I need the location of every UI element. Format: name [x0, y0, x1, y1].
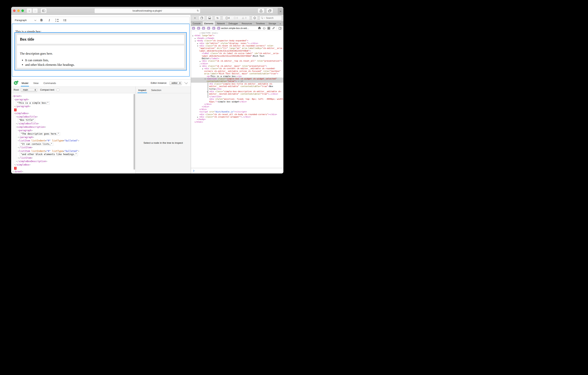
url-input[interactable] [99, 9, 196, 12]
layout-grid-icon[interactable] [267, 27, 270, 30]
code-line[interactable]: ▶<div class="ck ck-editor__top ck-reset_… [191, 60, 284, 62]
tab-commands[interactable]: Commands [43, 80, 56, 87]
code-line[interactable]: </section> [191, 95, 284, 98]
code-line[interactable]: ▶<div class="ck-inspector-wrapper">…</di… [191, 116, 284, 118]
sidebar-toggle-button[interactable] [41, 8, 47, 13]
code-line[interactable]: ▼<div class="ck ck-editor__main" role="p… [191, 65, 284, 67]
model-line[interactable]: <paragraph> [11, 98, 136, 101]
code-line[interactable]: </html> [191, 121, 284, 123]
code-line[interactable]: <p>This is a simple box:</p> [191, 75, 284, 77]
model-line[interactable]: "and other block elements like headings.… [11, 153, 136, 156]
breadcrumb-element-badge[interactable]: E [212, 27, 215, 30]
share-button[interactable] [258, 8, 264, 13]
model-line[interactable]: </listItem> [11, 146, 136, 149]
code-line[interactable]: ▼<div class="ck ck-reset ck-editor ck-ro… [191, 44, 284, 47]
code-line[interactable]: ▶<head>…</head> [191, 37, 284, 39]
heading-dropdown[interactable]: Paragraph [15, 19, 36, 22]
code-line[interactable]: editor__nested-editable" contenteditable… [191, 93, 284, 95]
tab-view[interactable]: View [33, 80, 38, 87]
breadcrumb-current-node[interactable]: section.simple-box.ck-wid… [221, 27, 249, 30]
close-devtools-button[interactable]: × [192, 16, 197, 20]
code-line[interactable]: ▼<html lang="en"> [191, 34, 284, 37]
description-bullet[interactable]: It can contain lists, [25, 58, 181, 62]
page-reload-icon[interactable]: ↻ [196, 9, 200, 12]
description-bullet[interactable]: and other block elements like headings. [25, 63, 181, 67]
editor-instance-select[interactable]: editor [169, 81, 182, 85]
search-input[interactable] [266, 16, 279, 20]
breadcrumb-element-badge[interactable]: E [202, 27, 205, 30]
model-tree-scrollbar[interactable] [134, 94, 135, 173]
code-line[interactable]: Editor</label> [191, 57, 284, 60]
root-select[interactable]: main [21, 88, 37, 92]
model-line[interactable]: <$root> [11, 94, 136, 98]
model-line[interactable]: [ [11, 108, 136, 111]
code-line[interactable]: aria-label="Rich Text Editor, main" cont… [191, 72, 284, 75]
issues-summary[interactable]: 4 !0 0 [222, 16, 250, 20]
compact-text-checkbox[interactable] [57, 88, 59, 91]
code-line[interactable]: ▶<div id="editor" style="display: none;"… [191, 42, 284, 44]
model-line[interactable]: </paragraph> [11, 136, 136, 139]
devtools-tab-elements[interactable]: Elements [202, 21, 215, 26]
model-line[interactable]: <simpleBox> [11, 111, 136, 115]
model-line[interactable]: </simpleBoxDescription> [11, 160, 136, 163]
code-line[interactable]: </div> [191, 103, 284, 105]
code-line[interactable]: label_e63cbbfece34c53ce23501062343f49b8"… [191, 50, 284, 52]
tab-overflow-button[interactable]: » [278, 21, 283, 26]
forward-button[interactable]: › [32, 8, 38, 13]
code-line[interactable]: label_e63cbbfece34c53ce23501062343f49b8"… [191, 55, 284, 57]
code-line[interactable]: <script src="dist/bundle.js"></script> [191, 110, 284, 113]
code-line[interactable]: ▶<div class="simple-box-description ck-e… [191, 90, 284, 93]
model-line[interactable]: </paragraph> [11, 105, 136, 108]
box-title-heading[interactable]: Box title [20, 37, 34, 42]
italic-button[interactable]: I [47, 18, 52, 22]
model-line[interactable]: ] [11, 166, 136, 170]
model-line[interactable]: "Box title" [11, 119, 136, 122]
model-line[interactable]: <simpleBoxDescription> [11, 125, 136, 129]
devtools-tab-network[interactable]: Network [215, 21, 227, 26]
simple-box-title-area[interactable]: Box title [17, 35, 184, 44]
dock-bottom-button[interactable] [207, 16, 213, 20]
code-line[interactable]: 42px;">simple box widget</div> [191, 100, 284, 103]
model-line[interactable]: "The description goes here." [11, 132, 136, 136]
numbered-list-button[interactable]: 1 2 [55, 18, 59, 22]
code-line[interactable]: <label class="ck ck-label ck-voice-label… [191, 52, 284, 55]
code-line[interactable]: …</div> [191, 62, 284, 65]
tab-model[interactable]: Model [21, 80, 28, 87]
code-line[interactable]: </body> [191, 118, 284, 121]
bulleted-list-button[interactable] [63, 18, 67, 22]
devtools-tab-console[interactable]: Console [191, 21, 202, 26]
code-line[interactable]: <h1 class="simple-box-title ck-editor__e… [191, 83, 284, 85]
code-line[interactable]: title</h1> [191, 88, 284, 90]
quick-console[interactable] [191, 168, 284, 174]
zoom-window-button[interactable] [21, 10, 24, 12]
new-devtools-tab-button[interactable]: + [283, 21, 284, 26]
back-button[interactable]: ‹ [27, 8, 32, 13]
code-line[interactable]: corners ck-editor__editable_inline ck-fo… [191, 70, 284, 72]
tab-overview-button[interactable] [266, 8, 273, 13]
simple-box-description-area[interactable]: The description goes here. It can contai… [17, 45, 184, 68]
simple-box-widget[interactable]: Box title The description goes here. It … [14, 32, 187, 70]
element-picker-button[interactable] [252, 16, 258, 20]
tab-selection[interactable]: Selection [151, 89, 161, 93]
new-tab-button[interactable]: + [278, 8, 284, 15]
minimize-window-button[interactable] [17, 10, 20, 12]
code-line[interactable]: </div> [191, 108, 284, 110]
code-line[interactable]: editor__nested-editable" contenteditable… [191, 85, 284, 88]
model-line[interactable]: <listItem listIndent="0" listType="bulle… [11, 149, 136, 153]
devtools-tab-timelines[interactable]: Timelines [254, 21, 267, 26]
model-line[interactable]: "This is a simple box:" [11, 101, 136, 105]
address-bar[interactable]: ↻ [94, 8, 200, 13]
close-window-button[interactable] [13, 10, 16, 12]
code-line[interactable]: ▼<div class="ck ck-content ck-editor__ed… [191, 67, 284, 70]
reload-page-button[interactable]: ↻ [214, 16, 221, 20]
show-source-icon[interactable] [263, 27, 266, 30]
code-line[interactable]: ▼<section class="simple-box ck-widget ck… [191, 77, 284, 80]
code-line[interactable]: ▼<body class="ck-inspector-body-expanded… [191, 39, 284, 42]
breadcrumb-element-badge[interactable]: E [207, 27, 210, 30]
model-line[interactable]: <listItem listIndent="0" listType="bulle… [11, 139, 136, 142]
breadcrumb-element-badge[interactable]: E [197, 27, 200, 30]
code-line[interactable]: "application" dir="ltr" lang="en" aria-l… [191, 47, 284, 49]
details-sidebar-toggle-icon[interactable] [279, 27, 282, 30]
tab-inspect[interactable]: Inspect [138, 89, 146, 93]
code-line[interactable]: <!DOCTYPE html> [191, 32, 284, 34]
